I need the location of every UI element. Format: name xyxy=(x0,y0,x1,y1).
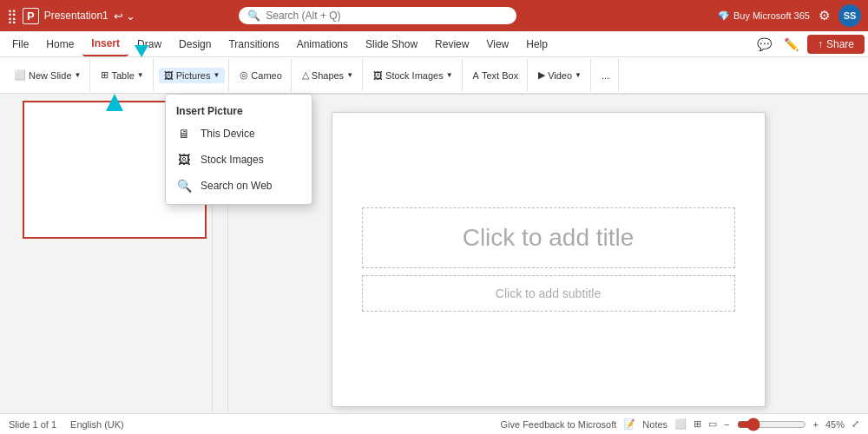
title-placeholder[interactable]: Click to add title xyxy=(362,207,735,268)
pictures-icon: 🖼 xyxy=(164,70,174,81)
slide-content: Click to add title Click to add subtitle xyxy=(332,112,766,407)
search-bar[interactable]: 🔍 xyxy=(239,7,516,24)
tab-help[interactable]: Help xyxy=(517,31,556,56)
this-device-icon: 🖥 xyxy=(176,126,192,141)
textbox-button[interactable]: A Text Box xyxy=(468,68,524,83)
new-slide-button[interactable]: ⬜ New Slide ▼ xyxy=(9,67,86,83)
avatar[interactable]: SS xyxy=(838,4,861,27)
settings-icon[interactable]: ⚙ xyxy=(819,8,830,23)
share-button[interactable]: ↑ Share xyxy=(807,35,865,54)
dropdown-header: Insert Picture xyxy=(166,100,312,121)
view-reading-icon[interactable]: ▭ xyxy=(708,418,717,430)
tab-view[interactable]: View xyxy=(477,31,517,56)
tab-review[interactable]: Review xyxy=(426,31,477,56)
view-grid-icon[interactable]: ⊞ xyxy=(694,418,701,430)
title-save-icon[interactable]: ↩ ⌄ xyxy=(114,10,136,23)
presentation-title: Presentation1 xyxy=(44,10,108,22)
status-bar: Slide 1 of 1 English (UK) Give Feedback … xyxy=(0,413,868,434)
title-bar: ⣿ P Presentation1 ↩ ⌄ 🔍 💎 Buy Microsoft … xyxy=(0,0,868,31)
stock-images-dropdown-icon: 🖼 xyxy=(176,152,192,168)
slide-group: ⬜ New Slide ▼ xyxy=(5,59,90,91)
video-group: ▶ Video ▼ xyxy=(529,59,591,91)
new-slide-caret: ▼ xyxy=(75,71,82,79)
new-slide-icon: ⬜ xyxy=(14,69,26,81)
stock-images-icon: 🖼 xyxy=(373,70,383,81)
main-area: 1 -6 -5 -4 -3 -2 -1 0 1 2 3 4 xyxy=(0,94,868,413)
status-right: Give Feedback to Microsoft 📝 Notes ⬜ ⊞ ▭… xyxy=(500,418,859,431)
zoom-in-icon[interactable]: + xyxy=(813,419,819,430)
more-group: ... xyxy=(593,59,619,91)
cameo-group: ◎ Cameo xyxy=(231,59,291,91)
search-web-icon: 🔍 xyxy=(176,178,192,194)
diamond-icon: 💎 xyxy=(718,10,730,22)
svg-marker-0 xyxy=(106,94,123,111)
search-icon: 🔍 xyxy=(247,10,260,22)
ppt-logo: P xyxy=(23,8,39,24)
waffle-icon[interactable]: ⣿ xyxy=(7,8,17,24)
pictures-caret: ▼ xyxy=(213,71,220,79)
tab-slide-show[interactable]: Slide Show xyxy=(357,31,426,56)
toolbar: ⬜ New Slide ▼ ⊞ Table ▼ 🖼 Pictures ▼ ◎ C… xyxy=(0,57,868,94)
tab-home[interactable]: Home xyxy=(37,31,82,56)
subtitle-placeholder[interactable]: Click to add subtitle xyxy=(362,275,735,312)
tab-insert[interactable]: Insert xyxy=(82,31,128,56)
stock-images-caret: ▼ xyxy=(446,71,453,79)
video-button[interactable]: ▶ Video ▼ xyxy=(533,67,587,83)
thumbnail-arrow xyxy=(106,94,123,111)
slide-canvas[interactable]: Click to add title Click to add subtitle xyxy=(228,95,868,413)
table-button[interactable]: ⊞ Table ▼ xyxy=(95,67,148,83)
search-input[interactable] xyxy=(266,10,508,22)
shapes-button[interactable]: △ Shapes ▼ xyxy=(297,67,358,83)
dropdown-item-stock-images[interactable]: 🖼 Stock Images xyxy=(166,147,312,173)
title-bar-left: ⣿ P Presentation1 ↩ ⌄ xyxy=(7,8,135,24)
share-icon: ↑ xyxy=(818,38,823,50)
video-caret: ▼ xyxy=(575,71,582,79)
textbox-group: A Text Box xyxy=(464,59,529,91)
ribbon-right: 💬 ✏️ ↑ Share xyxy=(753,35,865,54)
table-group: ⊞ Table ▼ xyxy=(92,59,153,91)
buy-microsoft-label[interactable]: 💎 Buy Microsoft 365 xyxy=(718,10,810,22)
feedback-link[interactable]: Give Feedback to Microsoft xyxy=(500,419,616,430)
textbox-icon: A xyxy=(473,70,479,81)
pictures-button[interactable]: 🖼 Pictures ▼ xyxy=(159,68,226,83)
slide-info: Slide 1 of 1 xyxy=(9,419,56,430)
ribbon-tabs: File Home Insert Draw Design Transitions… xyxy=(0,31,868,57)
insert-picture-dropdown: Insert Picture 🖥 This Device 🖼 Stock Ima… xyxy=(165,94,312,205)
title-placeholder-text: Click to add title xyxy=(463,224,635,251)
table-caret: ▼ xyxy=(137,71,144,79)
dropdown-item-search-web[interactable]: 🔍 Search on Web xyxy=(166,173,312,199)
subtitle-placeholder-text: Click to add subtitle xyxy=(496,286,601,300)
video-icon: ▶ xyxy=(538,69,545,81)
stock-images-group: 🖼 Stock Images ▼ xyxy=(365,59,463,91)
notes-button[interactable]: Notes xyxy=(642,419,667,430)
comment-icon[interactable]: 💬 xyxy=(753,36,775,53)
pen-icon[interactable]: ✏️ xyxy=(780,36,802,53)
cameo-icon: ◎ xyxy=(240,69,248,81)
tab-animations[interactable]: Animations xyxy=(288,31,357,56)
shapes-icon: △ xyxy=(302,69,309,81)
notes-icon: 📝 xyxy=(623,418,635,430)
table-icon: ⊞ xyxy=(101,69,108,81)
language-info: English (UK) xyxy=(70,419,124,430)
shapes-group: △ Shapes ▼ xyxy=(293,59,363,91)
shapes-caret: ▼ xyxy=(346,71,353,79)
pictures-group: 🖼 Pictures ▼ xyxy=(155,59,230,91)
zoom-out-icon[interactable]: − xyxy=(724,419,729,430)
title-bar-right: 💎 Buy Microsoft 365 ⚙ SS xyxy=(718,4,861,27)
cameo-button[interactable]: ◎ Cameo xyxy=(234,67,286,83)
view-normal-icon[interactable]: ⬜ xyxy=(674,418,687,430)
more-button[interactable]: ... xyxy=(596,68,615,83)
stock-images-button[interactable]: 🖼 Stock Images ▼ xyxy=(368,68,458,83)
zoom-level: 45% xyxy=(825,419,845,430)
dropdown-item-this-device[interactable]: 🖥 This Device xyxy=(166,121,312,147)
tab-design[interactable]: Design xyxy=(170,31,220,56)
fit-slide-icon[interactable]: ⤢ xyxy=(852,418,859,430)
zoom-slider[interactable] xyxy=(737,418,806,431)
tab-file[interactable]: File xyxy=(3,31,37,56)
insert-tab-indicator xyxy=(135,45,148,57)
tab-transitions[interactable]: Transitions xyxy=(220,31,287,56)
